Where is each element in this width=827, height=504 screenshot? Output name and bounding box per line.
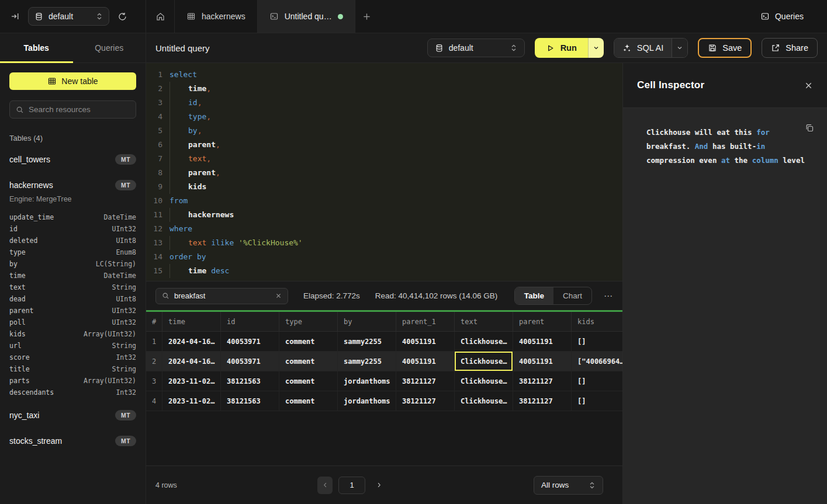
code-line: 15time desc [146,264,622,278]
column-type: LC(String) [96,258,136,270]
previous-page-button[interactable] [317,477,333,494]
sql-ai-options-button[interactable] [672,39,687,57]
close-icon[interactable] [804,81,813,90]
table-cell[interactable]: Clickhouse… [455,371,513,391]
column-header[interactable]: type [279,312,338,331]
sql-ai-label: SQL AI [637,43,663,53]
table-cell[interactable]: 2023-11-02… [162,391,221,411]
results-search[interactable] [155,288,288,304]
share-button[interactable]: Share [762,38,818,58]
table-cell[interactable]: 38121127 [396,391,455,411]
column-type: UInt32 [112,305,136,317]
table-cell[interactable]: sammy2255 [338,352,396,371]
new-tab-button[interactable] [355,0,379,33]
table-cell[interactable]: 40051191 [513,332,572,351]
page-number-input[interactable] [338,477,365,494]
table-cell[interactable]: sammy2255 [338,332,396,351]
more-options-button[interactable]: ⋯ [604,291,613,301]
run-button[interactable]: Run [535,38,588,58]
code-text: from [169,194,188,208]
refresh-icon[interactable] [117,12,127,22]
collapse-sidebar-icon[interactable] [11,12,20,21]
column-header[interactable]: time [162,312,221,331]
column-name: descendants [9,387,54,398]
column-name: dead [9,293,26,305]
table-cell[interactable]: jordanthoms [338,391,396,411]
table-cell[interactable]: 40051191 [396,332,455,351]
table-cell[interactable]: 40051191 [513,352,572,371]
table-cell[interactable]: 40053971 [221,332,279,351]
table-cell[interactable]: [] [572,371,622,391]
code-text: where [169,222,192,236]
column-name: text [9,281,26,293]
column-header[interactable]: text [455,312,513,331]
table-cell[interactable]: ["40066964… [572,352,622,371]
column-header[interactable]: by [338,312,396,331]
database-selector[interactable]: default [28,7,109,26]
table-cell[interactable]: Clickhouse… [455,332,513,351]
save-icon [708,43,717,53]
sidebar-table-item[interactable]: nyc_taxiMT [9,406,136,424]
view-tab-chart[interactable]: Chart [553,287,591,304]
sql-ai-button[interactable]: SQL AI [614,39,672,57]
read-stat: Read: 40,414,102 rows (14.06 GB) [375,291,497,300]
column-header[interactable]: parent_1 [396,312,455,331]
search-input[interactable] [29,105,130,114]
table-cell[interactable]: 38121127 [513,391,572,411]
clear-search-icon[interactable] [275,293,282,299]
sidebar-table-item[interactable]: cell_towersMT [9,151,136,168]
table-cell[interactable]: 2023-11-02… [162,371,221,391]
inspector-line: Clickhouse will eat this for [646,126,813,140]
tab-hackernews[interactable]: hackernews [175,0,258,33]
table-body: 12024-04-16…40053971commentsammy22554005… [146,332,622,411]
view-tab-table[interactable]: Table [515,287,553,304]
tab-untitled-query[interactable]: Untitled qu… [258,0,355,33]
table-cell[interactable]: 40053971 [221,352,279,371]
table-cell[interactable]: Clickhouse… [455,352,513,371]
column-header[interactable]: parent [513,312,572,331]
table-cell[interactable]: [] [572,391,622,411]
tab-label: hackernews [202,12,245,21]
page-size-selector[interactable]: All rows [534,476,603,495]
sidebar-table-item[interactable]: stocks_streamMT [9,432,136,450]
table-cell[interactable]: 38121563 [221,371,279,391]
resource-search[interactable] [9,100,136,119]
table-name: hackernews [9,180,53,190]
elapsed-stat: Elapsed: 2.772s [303,291,360,300]
table-cell[interactable]: comment [279,332,338,351]
table-cell[interactable]: jordanthoms [338,371,396,391]
save-button[interactable]: Save [698,38,752,58]
share-label: Share [786,43,808,53]
table-row: 12024-04-16…40053971commentsammy22554005… [146,332,622,352]
table-cell[interactable]: 38121127 [396,371,455,391]
column-header[interactable]: kids [572,312,622,331]
new-table-button[interactable]: New table [9,72,136,90]
table-cell[interactable]: 38121563 [221,391,279,411]
queries-button[interactable]: Queries [760,0,827,33]
column-header[interactable]: # [146,312,162,331]
sidebar-tab-queries[interactable]: Queries [73,33,146,62]
table-cell[interactable]: 38121127 [513,371,572,391]
query-database-selector[interactable]: default [427,39,525,57]
pagination [317,477,382,494]
table-cell[interactable]: 2024-04-16… [162,332,221,351]
table-cell[interactable]: 40051191 [396,352,455,371]
database-icon [34,12,43,21]
table-cell[interactable]: comment [279,352,338,371]
results-search-input[interactable] [174,291,271,300]
table-cell[interactable]: comment [279,371,338,391]
run-options-button[interactable] [588,38,604,58]
column-name: parts [9,375,30,387]
table-cell[interactable]: comment [279,391,338,411]
tab-home[interactable] [146,0,175,33]
sidebar-tab-tables[interactable]: Tables [0,33,73,62]
copy-icon[interactable] [805,123,814,133]
table-cell[interactable]: [] [572,332,622,351]
column-header[interactable]: id [221,312,279,331]
sql-editor[interactable]: 1select2time,3id,4type,5by,6parent,7text… [146,63,622,281]
table-cell[interactable]: Clickhouse… [455,391,513,411]
code-line: 2time, [146,82,622,96]
sidebar-table-item[interactable]: hackernewsMT [9,176,136,194]
next-page-button[interactable] [376,482,382,488]
table-cell[interactable]: 2024-04-16… [162,352,221,371]
